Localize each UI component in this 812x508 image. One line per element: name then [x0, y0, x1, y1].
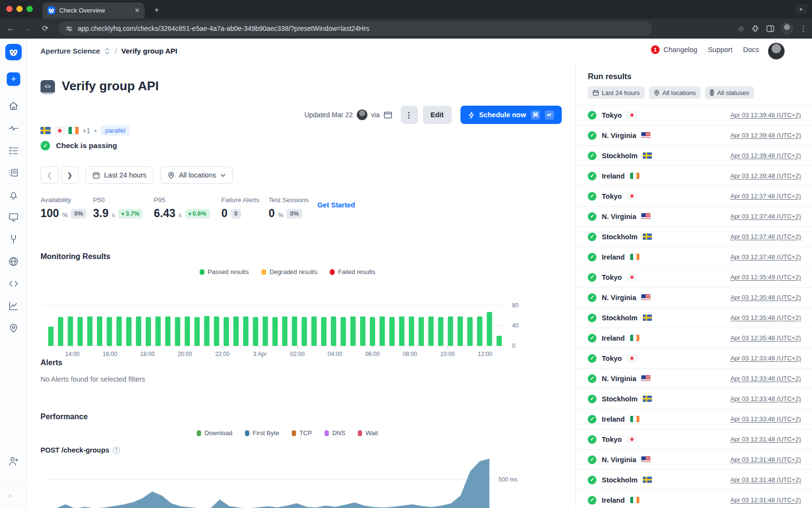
reload-button[interactable]: ⟳ — [39, 22, 52, 35]
run-result-row[interactable]: ✓TokyoApr 03 12:37:48 (UTC+2) — [576, 186, 812, 206]
support-link[interactable]: Support — [708, 46, 732, 54]
address-bar[interactable]: app.checklyhq.com/checks/3264c851-e5ae-4… — [59, 21, 652, 36]
run-filter-last-24-hours[interactable]: Last 24 hours — [588, 86, 645, 99]
checkly-logo[interactable] — [5, 44, 22, 60]
run-result-row[interactable]: ✓IrelandApr 03 12:39:48 (UTC+2) — [576, 165, 812, 186]
invite-user-icon[interactable] — [8, 455, 19, 467]
run-timestamp-link[interactable]: Apr 03 12:39:48 (UTC+2) — [731, 172, 801, 179]
extensions-icon[interactable] — [751, 25, 759, 33]
run-result-row[interactable]: ✓IrelandApr 03 12:31:48 (UTC+2) — [576, 490, 812, 508]
url-text: app.checklyhq.com/checks/3264c851-e5ae-4… — [78, 25, 369, 32]
run-timestamp-link[interactable]: Apr 03 12:37:48 (UTC+2) — [731, 192, 801, 200]
run-result-row[interactable]: ✓StockholmApr 03 12:33:48 (UTC+2) — [576, 388, 812, 409]
sidebar-item-checks-icon[interactable] — [8, 145, 19, 156]
window-minimize-button[interactable] — [16, 6, 23, 12]
sidebar-item-bell-icon[interactable] — [8, 189, 19, 201]
prev-period-button[interactable]: ❮ — [41, 166, 58, 184]
run-filter-all-statuses[interactable]: All statuses — [705, 86, 754, 99]
run-result-row[interactable]: ✓TokyoApr 03 12:33:48 (UTC+2) — [576, 348, 812, 368]
help-icon[interactable]: ? — [113, 447, 120, 454]
run-result-row[interactable]: ✓StockholmApr 03 12:35:48 (UTC+2) — [576, 307, 812, 328]
edit-button[interactable]: Edit — [423, 106, 452, 124]
monitoring-results-chart[interactable]: 8040014:0016:0018:0020:0022:003 Apr02:00… — [41, 302, 553, 362]
run-result-row[interactable]: ✓StockholmApr 03 12:37:48 (UTC+2) — [576, 226, 812, 247]
run-timestamp-link[interactable]: Apr 03 12:35:48 (UTC+2) — [731, 334, 801, 342]
run-timestamp-link[interactable]: Apr 03 12:39:48 (UTC+2) — [731, 132, 801, 139]
time-range-filter[interactable]: Last 24 hours — [85, 166, 154, 184]
run-timestamp-link[interactable]: Apr 03 12:31:48 (UTC+2) — [731, 476, 801, 483]
back-button[interactable]: ← — [4, 22, 17, 35]
forward-button[interactable]: → — [21, 22, 35, 35]
run-timestamp-link[interactable]: Apr 03 12:37:48 (UTC+2) — [731, 213, 801, 220]
run-result-row[interactable]: ✓N. VirginiaApr 03 12:33:48 (UTC+2) — [576, 368, 812, 388]
svg-text:04:00: 04:00 — [328, 351, 342, 357]
create-new-button[interactable]: + — [7, 72, 20, 86]
run-timestamp-link[interactable]: Apr 03 12:35:48 (UTC+2) — [731, 294, 801, 301]
run-result-row[interactable]: ✓IrelandApr 03 12:35:48 (UTC+2) — [576, 328, 812, 348]
docs-link[interactable]: Docs — [743, 46, 759, 54]
run-filter-all-locations[interactable]: All locations — [649, 86, 701, 99]
expand-rail-chevron[interactable]: › — [9, 491, 11, 499]
new-tab-button[interactable]: + — [150, 4, 163, 17]
more-options-button[interactable]: ⋮ — [401, 106, 418, 124]
run-timestamp-link[interactable]: Apr 03 12:35:48 (UTC+2) — [731, 314, 801, 321]
sidebar-item-pin-icon[interactable] — [8, 322, 19, 334]
site-settings-icon[interactable] — [66, 25, 73, 32]
run-result-row[interactable]: ✓TokyoApr 03 12:35:49 (UTC+2) — [576, 267, 812, 287]
browser-profile-avatar[interactable] — [781, 23, 793, 34]
sidebar-item-code-icon[interactable] — [8, 278, 19, 289]
next-period-button[interactable]: ❯ — [61, 166, 79, 184]
run-timestamp-link[interactable]: Apr 03 12:39:48 (UTC+2) — [731, 152, 801, 159]
run-result-row[interactable]: ✓N. VirginiaApr 03 12:31:48 (UTC+2) — [576, 449, 812, 469]
run-timestamp-link[interactable]: Apr 03 12:31:48 (UTC+2) — [731, 496, 801, 504]
run-location: Ireland — [602, 172, 625, 180]
changelog-link[interactable]: Changelog — [663, 46, 697, 54]
run-timestamp-link[interactable]: Apr 03 12:31:48 (UTC+2) — [731, 456, 801, 463]
run-timestamp-link[interactable]: Apr 03 12:31:48 (UTC+2) — [731, 436, 801, 443]
run-result-row[interactable]: ✓StockholmApr 03 12:31:48 (UTC+2) — [576, 469, 812, 490]
browser-tab[interactable]: Check Overview ✕ — [42, 2, 145, 18]
sidebar-item-globe-icon[interactable] — [8, 256, 19, 267]
sidebar-item-traces-icon[interactable] — [8, 167, 19, 178]
sidebar-item-monitor-icon[interactable] — [8, 211, 19, 223]
run-timestamp-link[interactable]: Apr 03 12:37:48 (UTC+2) — [731, 233, 801, 240]
run-result-row[interactable]: ✓IrelandApr 03 12:33:48 (UTC+2) — [576, 409, 812, 429]
location-flag-jp — [54, 127, 65, 134]
performance-chart[interactable]: 500 ms0 — [41, 458, 553, 508]
run-result-row[interactable]: ✓N. VirginiaApr 03 12:37:48 (UTC+2) — [576, 206, 812, 226]
locations-filter[interactable]: All locations — [161, 166, 233, 184]
sidebar-item-wrench-icon[interactable] — [8, 233, 19, 245]
get-started-link[interactable]: Get Started — [317, 201, 355, 220]
run-result-row[interactable]: ✓TokyoApr 03 12:39:48 (UTC+2) — [576, 105, 812, 125]
window-zoom-button[interactable] — [27, 6, 33, 12]
run-passed-icon: ✓ — [588, 455, 596, 464]
run-result-row[interactable]: ✓N. VirginiaApr 03 12:39:48 (UTC+2) — [576, 125, 812, 145]
run-timestamp-link[interactable]: Apr 03 12:37:48 (UTC+2) — [731, 253, 801, 261]
tab-close-button[interactable]: ✕ — [135, 7, 140, 14]
run-flag-us — [641, 456, 650, 463]
run-timestamp-link[interactable]: Apr 03 12:33:48 (UTC+2) — [731, 395, 801, 402]
account-select-icon[interactable] — [104, 47, 110, 55]
tab-search-button[interactable]: ▾ — [795, 4, 807, 14]
run-timestamp-link[interactable]: Apr 03 12:39:48 (UTC+2) — [731, 111, 801, 119]
sidebar-item-chart-icon[interactable] — [8, 300, 19, 312]
browser-menu-icon[interactable]: ⋮ — [799, 24, 807, 33]
run-timestamp-link[interactable]: Apr 03 12:33:48 (UTC+2) — [731, 415, 801, 423]
run-result-row[interactable]: ✓IrelandApr 03 12:37:48 (UTC+2) — [576, 247, 812, 267]
user-avatar[interactable] — [768, 42, 785, 60]
sidebar-item-home-icon[interactable] — [8, 100, 19, 112]
bookmark-star-icon[interactable]: ☆ — [738, 24, 744, 33]
run-timestamp-link[interactable]: Apr 03 12:33:48 (UTC+2) — [731, 375, 801, 382]
account-switcher[interactable]: Aperture Science — [41, 47, 100, 55]
run-result-row[interactable]: ✓N. VirginiaApr 03 12:35:48 (UTC+2) — [576, 287, 812, 307]
schedule-now-button[interactable]: Schedule now ⌘ ↵ — [460, 106, 562, 124]
side-panel-icon[interactable] — [766, 25, 774, 33]
run-timestamp-link[interactable]: Apr 03 12:33:48 (UTC+2) — [731, 355, 801, 362]
statuses-icon — [710, 89, 714, 96]
run-result-row[interactable]: ✓TokyoApr 03 12:31:48 (UTC+2) — [576, 429, 812, 449]
window-close-button[interactable] — [6, 6, 13, 12]
sidebar-item-activity-icon[interactable] — [8, 123, 19, 134]
run-result-row[interactable]: ✓StockholmApr 03 12:39:48 (UTC+2) — [576, 145, 812, 165]
run-location: Tokyo — [602, 111, 622, 119]
run-timestamp-link[interactable]: Apr 03 12:35:49 (UTC+2) — [731, 274, 801, 281]
